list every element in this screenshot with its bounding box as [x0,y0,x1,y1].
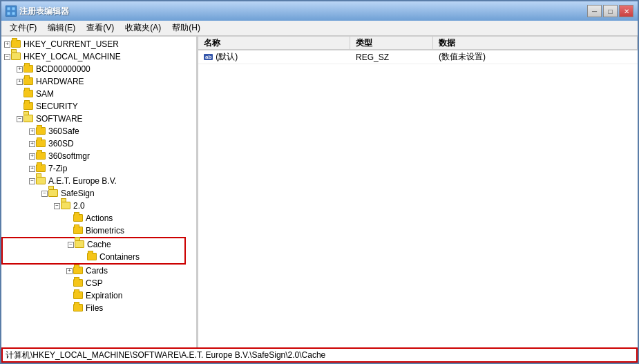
col-header-data: 数据 [433,37,638,49]
window-title: 注册表编辑器 [19,6,69,17]
folder-icon-hkcu [11,39,22,49]
expand-hardware[interactable]: + [17,79,23,85]
expand-360sd[interactable]: + [29,141,35,147]
expand-360softmgr[interactable]: + [29,153,35,160]
menu-file[interactable]: 文件(F) [4,21,42,35]
tree-item-hklm[interactable]: − HKEY_LOCAL_MACHINE [1,50,186,63]
status-bar: 计算机\HKEY_LOCAL_MACHINE\SOFTWARE\A.E.T. E… [1,347,638,363]
tree-item-v20[interactable]: − 2.0 [1,200,186,212]
tree-item-hardware[interactable]: + HARDWARE [1,75,186,88]
tree-item-files[interactable]: Files [1,302,186,314]
expand-software[interactable]: − [17,116,23,122]
label-expiration: Expiration [86,291,122,300]
label-hklm: HKEY_LOCAL_MACHINE [23,52,121,61]
expand-7zip[interactable]: + [29,166,35,172]
label-containers: Containers [99,252,140,262]
menu-edit[interactable]: 编辑(E) [42,21,81,35]
tree-item-bcd[interactable]: + BCD00000000 [1,63,186,75]
tree-item-software[interactable]: − SOFTWARE [1,113,186,125]
label-security: SECURITY [36,102,78,111]
expand-safesign[interactable]: − [41,191,48,197]
tree-item-7zip[interactable]: + 7-Zip [1,162,186,175]
label-sam: SAM [36,89,54,99]
folder-icon-biometrics [73,226,84,236]
folder-icon-cache [75,240,86,249]
tree-pane[interactable]: + HKEY_CURRENT_USER − HKEY_LOCAL_MACHINE [1,37,198,347]
folder-icon-hklm [11,52,22,61]
menu-help[interactable]: 帮助(H) [166,21,206,35]
tree-item-sam[interactable]: SAM [1,88,186,100]
svg-rect-0 [7,7,10,10]
folder-icon-v20 [61,201,72,211]
tree-content: + HKEY_CURRENT_USER − HKEY_LOCAL_MACHINE [1,37,196,316]
expand-bcd[interactable]: + [17,66,23,73]
tree-item-cards[interactable]: + Cards [1,265,186,277]
folder-icon-aet [36,176,47,186]
tree-item-cache[interactable]: − Cache [3,238,184,251]
label-cache: Cache [87,240,111,249]
menu-favorites[interactable]: 收藏夹(A) [120,21,166,35]
right-pane[interactable]: 名称 类型 数据 ab (默认) REG_SZ (数值未设置) [198,37,638,347]
title-bar: 注册表编辑器 ─ □ ✕ [1,1,638,21]
tree-item-aet[interactable]: − A.E.T. Europe B.V. [1,175,186,187]
tree-item-safesign[interactable]: − SafeSign [1,187,186,200]
folder-icon-360softmgr [36,151,47,161]
folder-icon-360sd [36,139,47,149]
label-bcd: BCD00000000 [36,64,90,74]
expand-cache[interactable]: − [68,242,74,248]
tree-item-expiration[interactable]: Expiration [1,289,186,302]
expand-aet[interactable]: − [29,178,35,184]
tree-item-biometrics[interactable]: Biometrics [1,224,186,237]
close-button[interactable]: ✕ [619,5,633,17]
label-hardware: HARDWARE [36,77,84,86]
expand-hklm[interactable]: − [4,54,10,60]
folder-icon-security [23,102,35,111]
reg-cell-data: (数值未设置) [433,50,638,64]
main-area: + HKEY_CURRENT_USER − HKEY_LOCAL_MACHINE [1,36,638,347]
reg-name-text: (默认) [216,51,238,63]
label-files: Files [86,303,103,313]
expand-360safe[interactable]: + [29,128,35,135]
expand-hkcu[interactable]: + [4,41,10,48]
svg-rect-2 [7,12,10,15]
app-icon [6,6,17,17]
folder-icon-safesign [48,189,59,198]
label-360sd: 360SD [48,139,74,149]
label-actions: Actions [86,213,113,223]
tree-item-security[interactable]: SECURITY [1,100,186,113]
label-360safe: 360Safe [48,126,79,136]
maximize-button[interactable]: □ [603,5,618,17]
title-bar-left: 注册表编辑器 [6,6,69,17]
right-header: 名称 类型 数据 [198,37,638,50]
label-v20: 2.0 [73,201,85,211]
folder-icon-bcd [23,64,35,74]
tree-item-360safe[interactable]: + 360Safe [1,125,186,137]
reg-row-default[interactable]: ab (默认) REG_SZ (数值未设置) [198,50,638,64]
label-software: SOFTWARE [36,114,83,124]
ab-icon: ab [204,54,213,60]
folder-icon-actions [73,213,84,223]
folder-icon-7zip [36,164,47,173]
tree-item-360softmgr[interactable]: + 360softmgr [1,150,186,162]
tree-item-hkcu[interactable]: + HKEY_CURRENT_USER [1,38,186,50]
tree-item-csp[interactable]: CSP [1,277,186,289]
folder-icon-csp [73,278,84,288]
minimize-button[interactable]: ─ [587,5,602,17]
label-360softmgr: 360softmgr [48,151,90,161]
tree-item-actions[interactable]: Actions [1,212,186,224]
col-header-type: 类型 [350,37,433,49]
status-text: 计算机\HKEY_LOCAL_MACHINE\SOFTWARE\A.E.T. E… [6,349,325,361]
folder-icon-hardware [23,77,35,86]
menu-view[interactable]: 查看(V) [81,21,120,35]
label-biometrics: Biometrics [86,226,124,236]
tree-item-360sd[interactable]: + 360SD [1,137,186,150]
folder-icon-files [73,303,84,313]
label-csp: CSP [86,278,103,288]
expand-cards[interactable]: + [66,268,73,274]
svg-rect-1 [12,7,15,10]
reg-cell-type: REG_SZ [350,52,433,63]
folder-icon-cards [73,266,84,276]
expand-v20[interactable]: − [54,203,60,209]
folder-icon-expiration [73,291,84,300]
tree-item-containers[interactable]: Containers [3,251,184,263]
